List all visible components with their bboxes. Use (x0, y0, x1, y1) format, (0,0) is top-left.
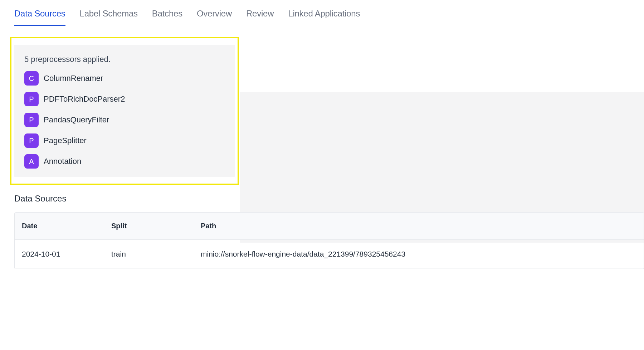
preprocessor-label: PageSplitter (44, 136, 87, 145)
table-header-row: Date Split Path (15, 213, 644, 240)
tab-review[interactable]: Review (246, 9, 274, 26)
preprocessors-panel: 5 preprocessors applied. C ColumnRenamer… (14, 45, 235, 177)
preprocessor-label: PDFToRichDocParser2 (44, 94, 125, 104)
tab-data-sources[interactable]: Data Sources (14, 9, 65, 26)
data-sources-table: Date Split Path 2024-10-01 train minio:/… (14, 212, 644, 269)
preprocessor-label: ColumnRenamer (44, 74, 103, 83)
preprocessor-badge-icon: P (24, 92, 39, 106)
preprocessor-badge-icon: P (24, 133, 39, 148)
preprocessor-badge-icon: C (24, 71, 39, 86)
col-header-path[interactable]: Path (201, 222, 636, 230)
preprocessor-item[interactable]: P PDFToRichDocParser2 (24, 92, 225, 106)
tab-overview[interactable]: Overview (197, 9, 232, 26)
col-header-split[interactable]: Split (111, 222, 201, 230)
preprocessor-item[interactable]: P PageSplitter (24, 133, 225, 148)
preprocessor-item[interactable]: C ColumnRenamer (24, 71, 225, 86)
preprocessor-item[interactable]: P PandasQueryFilter (24, 113, 225, 127)
preprocessors-summary: 5 preprocessors applied. (24, 55, 225, 64)
preprocessor-item[interactable]: A Annotation (24, 154, 225, 169)
col-header-date[interactable]: Date (22, 222, 111, 230)
section-title-data-sources: Data Sources (14, 194, 644, 204)
tab-batches[interactable]: Batches (152, 9, 182, 26)
preprocessors-highlight-box: 5 preprocessors applied. C ColumnRenamer… (10, 37, 239, 185)
preprocessor-badge-icon: A (24, 154, 39, 169)
tab-bar: Data Sources Label Schemas Batches Overv… (0, 0, 644, 26)
cell-path: minio://snorkel-flow-engine-data/data_22… (201, 250, 636, 258)
preprocessor-badge-icon: P (24, 113, 39, 127)
tab-linked-applications[interactable]: Linked Applications (288, 9, 360, 26)
preprocessor-label: PandasQueryFilter (44, 115, 109, 125)
tab-label-schemas[interactable]: Label Schemas (80, 9, 138, 26)
table-row[interactable]: 2024-10-01 train minio://snorkel-flow-en… (15, 240, 644, 269)
preprocessors-list: C ColumnRenamer P PDFToRichDocParser2 P … (24, 71, 225, 169)
cell-split: train (111, 250, 201, 258)
preprocessor-label: Annotation (44, 157, 81, 166)
cell-date: 2024-10-01 (22, 250, 111, 258)
